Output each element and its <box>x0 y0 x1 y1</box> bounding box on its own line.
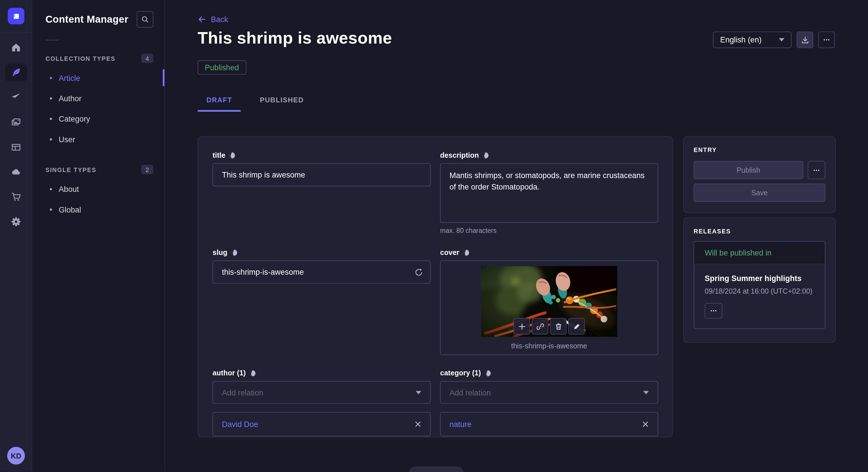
section-label: COLLECTION TYPES <box>45 55 115 62</box>
bullet-icon <box>50 76 52 79</box>
chevron-down-icon <box>643 391 649 394</box>
floating-widget-partial[interactable] <box>408 466 464 472</box>
field-label: title <box>213 151 226 159</box>
sidebar-item-user[interactable]: User <box>32 129 164 149</box>
strapi-logo-icon <box>11 11 21 21</box>
content-type-builder-icon[interactable] <box>5 138 27 156</box>
add-media-button[interactable] <box>514 318 530 335</box>
entry-panel-title: ENTRY <box>693 146 825 153</box>
globe-icon <box>463 249 469 256</box>
sidebar-title: Content Manager <box>45 13 128 25</box>
sidebar-item-label: User <box>59 135 75 144</box>
combobox-placeholder: Add relation <box>450 388 491 397</box>
export-button[interactable] <box>797 32 813 48</box>
single-types-section: SINGLE TYPES 2 About Global <box>32 165 164 220</box>
slug-input[interactable] <box>213 260 431 283</box>
settings-icon[interactable] <box>5 213 27 231</box>
delete-media-button[interactable] <box>550 318 567 335</box>
locale-value: English (en) <box>720 35 762 44</box>
field-label: category (1) <box>440 369 481 377</box>
section-count-badge: 4 <box>141 54 153 63</box>
left-rail: KD <box>0 0 32 472</box>
save-button[interactable]: Save <box>693 183 825 202</box>
globe-icon <box>482 152 489 158</box>
marketplace-icon[interactable] <box>5 188 27 206</box>
field-label: author (1) <box>213 369 246 377</box>
releases-panel-title: RELEASES <box>693 228 825 235</box>
releases-icon[interactable] <box>5 89 27 106</box>
sidebar-item-category[interactable]: Category <box>32 108 164 129</box>
description-field: description Mantis shrimps, or stomatopo… <box>440 151 658 234</box>
back-link[interactable]: Back <box>197 15 228 24</box>
publish-button[interactable]: Publish <box>693 161 803 179</box>
refresh-icon <box>414 267 423 277</box>
section-count-badge: 2 <box>141 165 153 174</box>
sidebar-item-label: Global <box>59 205 81 214</box>
title-field: title <box>213 151 431 234</box>
entry-more-button[interactable] <box>808 161 826 179</box>
more-icon <box>709 306 718 315</box>
sidebar-item-global[interactable]: Global <box>32 199 164 220</box>
sidebar-item-label: Category <box>59 114 90 123</box>
more-icon <box>812 166 821 175</box>
locale-select[interactable]: English (en) <box>713 32 792 48</box>
regenerate-slug-button[interactable] <box>413 267 424 278</box>
media-library-icon[interactable] <box>5 113 27 131</box>
author-relation-combobox[interactable]: Add relation <box>213 381 431 404</box>
relation-link[interactable]: David Doe <box>222 420 258 429</box>
release-name: Spring Summer highlights <box>705 274 814 283</box>
home-icon[interactable] <box>5 39 27 57</box>
tab-draft[interactable]: DRAFT <box>197 93 241 112</box>
user-avatar[interactable]: KD <box>7 447 25 465</box>
bullet-icon <box>50 208 52 210</box>
category-field: category (1) Add relation nature <box>440 369 658 436</box>
search-button[interactable] <box>136 11 153 28</box>
bullet-icon <box>50 188 52 190</box>
status-badge: Published <box>197 60 246 74</box>
copy-link-button[interactable] <box>532 318 548 335</box>
remove-author-button[interactable] <box>414 421 421 428</box>
release-more-button[interactable] <box>705 303 722 318</box>
header-controls: English (en) <box>713 32 835 48</box>
field-label: description <box>440 151 479 159</box>
plus-icon <box>518 322 526 330</box>
category-relation-combobox[interactable]: Add relation <box>440 381 658 404</box>
deploy-icon[interactable] <box>5 163 27 181</box>
edit-form-card: title description Mantis shr <box>197 136 673 437</box>
sidebar-divider <box>45 40 59 40</box>
header-more-button[interactable] <box>818 32 835 48</box>
rail-divider <box>0 32 32 33</box>
cover-field: cover <box>440 248 658 355</box>
globe-icon <box>484 370 491 376</box>
sidebar-item-article[interactable]: Article <box>32 67 164 88</box>
globe-icon <box>249 370 256 376</box>
section-label: SINGLE TYPES <box>45 166 96 173</box>
field-label: cover <box>440 248 459 257</box>
remove-category-button[interactable] <box>642 421 649 428</box>
content-manager-icon[interactable] <box>5 64 27 81</box>
sidebar-item-about[interactable]: About <box>32 179 164 199</box>
field-label: slug <box>213 248 228 257</box>
sidebar-item-author[interactable]: Author <box>32 88 164 108</box>
rail-nav <box>0 39 32 231</box>
cover-actions <box>514 318 585 335</box>
entry-panel: ENTRY Publish Save <box>683 136 836 213</box>
trash-icon <box>554 322 562 330</box>
edit-media-button[interactable] <box>568 318 585 335</box>
relation-link[interactable]: nature <box>450 420 472 429</box>
sidebar-item-label: Article <box>59 73 80 82</box>
chevron-down-icon <box>779 38 784 42</box>
category-relation-item: nature <box>440 412 658 436</box>
strapi-logo[interactable] <box>8 8 24 24</box>
collection-types-section: COLLECTION TYPES 4 Article Author Catego… <box>32 54 164 149</box>
globe-icon <box>229 152 236 158</box>
bullet-icon <box>50 97 52 99</box>
back-arrow-icon <box>197 15 206 24</box>
author-field: author (1) Add relation David Doe <box>213 369 431 436</box>
title-input[interactable] <box>213 163 431 187</box>
tab-published[interactable]: PUBLISHED <box>251 93 313 112</box>
more-icon <box>822 35 831 44</box>
description-textarea[interactable]: Mantis shrimps, or stomatopods, are mari… <box>440 163 658 223</box>
bullet-icon <box>50 138 52 140</box>
draft-published-tabs: DRAFT PUBLISHED <box>197 93 313 112</box>
